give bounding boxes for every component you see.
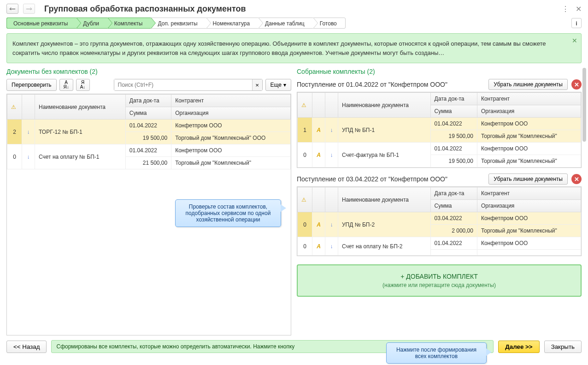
more-button[interactable]: Еще (265, 79, 291, 91)
step-2[interactable]: Комплекты (107, 18, 151, 29)
close-icon[interactable]: ✕ (576, 5, 582, 13)
remove-docs-button[interactable]: Убрать лишние документы (488, 79, 568, 90)
page-title: Групповая обработка распознанных докумен… (44, 4, 557, 14)
right-section-title: Собранные комплекты (2) (297, 68, 582, 75)
hint-callout-kits: Проверьте состав комплектов, подобранных… (175, 199, 281, 227)
search-clear-button[interactable]: × (252, 79, 262, 90)
arrow-left-icon: 🡐 (9, 5, 16, 12)
download-icon: ↓ (330, 243, 333, 250)
sort-asc-button[interactable]: АЯ↓ (59, 79, 73, 91)
step-3[interactable]: Доп. реквизиты (151, 18, 206, 29)
download-icon: ↓ (27, 154, 30, 160)
next-button[interactable]: Далее >> (498, 341, 539, 353)
download-icon: ↓ (330, 221, 333, 228)
step-4[interactable]: Номенклатура (206, 18, 259, 29)
kit-block: Поступление от 03.04.2022 от "Конфетпром… (297, 174, 582, 256)
warning-icon: ⚠ (301, 102, 306, 108)
sort-za-icon: ЯА↓ (80, 80, 86, 90)
table-row[interactable]: 0 A ↓ Счет-фактура № БП-1 01.04.2022Конф… (298, 143, 581, 155)
close-button[interactable]: Закрыть (544, 341, 582, 353)
col-org: Организация (171, 107, 291, 120)
sort-az-icon: АЯ↓ (63, 80, 69, 90)
col-contr: Контрагент (171, 95, 291, 107)
kit-grid[interactable]: ⚠ Наименование документа Дата док-та Кон… (297, 92, 582, 168)
col-name: Наименование документа (35, 95, 126, 120)
kebab-icon[interactable]: ⋮ (562, 5, 569, 13)
search-field[interactable]: × (114, 79, 263, 91)
arrow-right-icon: 🡒 (26, 5, 32, 12)
col-date: Дата док-та (125, 95, 171, 107)
remove-docs-button[interactable]: Убрать лишние документы (488, 174, 568, 185)
table-row[interactable]: 0 A ↓ Счет на оплату № БП-2 01.04.2022Ко… (298, 237, 581, 250)
back-button[interactable]: << Назад (6, 341, 47, 353)
info-banner: Комплект документов – это группа докумен… (6, 33, 582, 63)
info-icon[interactable]: i (571, 18, 582, 28)
table-row[interactable]: 1 A ↓ УПД № БП-1 01.04.2022Конфетпром ОО… (298, 118, 581, 130)
nav-back-button[interactable]: 🡐 (6, 4, 18, 14)
nav-fwd-button[interactable]: 🡒 (23, 4, 35, 14)
warning-icon: ⚠ (11, 104, 16, 110)
delete-kit-button[interactable]: ✕ (571, 79, 582, 90)
table-row[interactable]: 0 ↓ Счет на оплату № БП-1 01.04.2022Конф… (7, 144, 291, 157)
step-5[interactable]: Данные таблиц (258, 18, 313, 29)
auto-icon: A (317, 152, 321, 158)
scrollbar-thumb[interactable] (582, 68, 586, 142)
download-icon: ↓ (330, 152, 333, 158)
window-header: 🡐 🡒 Групповая обработка распознанных док… (6, 4, 582, 14)
delete-kit-button[interactable]: ✕ (571, 174, 582, 184)
hint-callout-next: Нажмите после формирования всех комплект… (386, 342, 487, 364)
recheck-button[interactable]: Перепроверить (6, 79, 57, 91)
auto-icon: A (317, 221, 321, 228)
kit-grid[interactable]: ⚠ Наименование документа Дата док-та Кон… (297, 186, 582, 256)
add-kit-title: + ДОБАВИТЬ КОМПЛЕКТ (305, 273, 573, 280)
kit-title: Поступление от 03.04.2022 от "Конфетпром… (297, 175, 485, 183)
download-icon: ↓ (27, 129, 30, 135)
kit-block: Поступление от 01.04.2022 от "Конфетпром… (297, 79, 582, 168)
add-kit-subtitle: (нажмите или перетащите сюда документы) (305, 282, 573, 288)
add-kit-dropzone[interactable]: + ДОБАВИТЬ КОМПЛЕКТ (нажмите или перетащ… (297, 264, 582, 297)
download-icon: ↓ (330, 127, 333, 133)
table-row[interactable]: 2 ↓ ТОРГ-12 № БП-1 01.04.2022Конфетпром … (7, 120, 291, 132)
auto-icon: A (317, 243, 321, 250)
banner-close-icon[interactable]: ✕ (572, 36, 577, 46)
col-sum: Сумма (125, 107, 171, 120)
warning-icon: ⚠ (301, 197, 306, 203)
wizard-stepper: Основные реквизитыДублиКомплектыДоп. рек… (6, 18, 582, 29)
left-section-title: Документы без комплектов (2) (6, 68, 291, 75)
step-0[interactable]: Основные реквизиты (6, 18, 76, 29)
kit-title: Поступление от 01.04.2022 от "Конфетпром… (297, 81, 485, 88)
sort-desc-button[interactable]: ЯА↓ (76, 79, 90, 91)
search-input[interactable] (114, 79, 252, 90)
table-row[interactable]: 0 A ↓ УПД № БП-2 03.04.2022Конфетпром ОО… (298, 212, 581, 225)
banner-text: Комплект документов – это группа докумен… (12, 40, 546, 56)
auto-icon: A (317, 127, 321, 133)
